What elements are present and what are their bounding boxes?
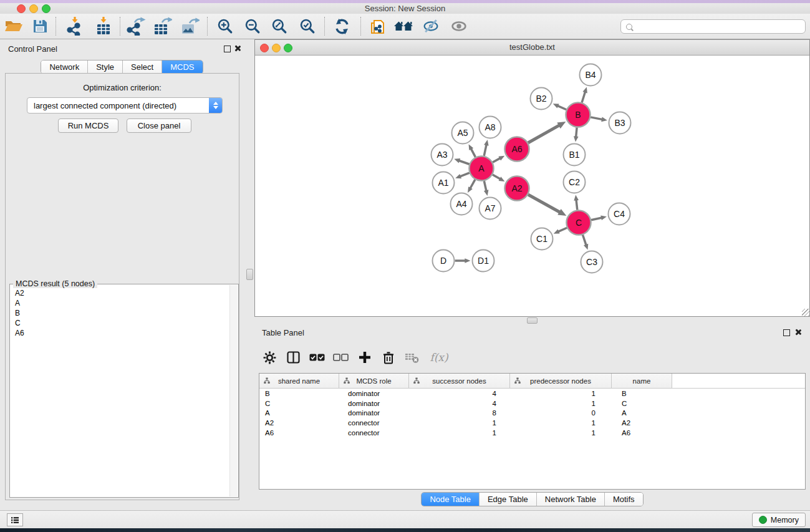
table-cell[interactable]: A2 — [612, 419, 672, 427]
graph-edge-A-A1[interactable] — [460, 173, 470, 177]
tab-edge-table[interactable]: Edge Table — [480, 493, 537, 506]
delete-table-button[interactable] — [403, 348, 421, 367]
graph-edge-A-A7[interactable] — [484, 181, 486, 191]
table-cell[interactable]: A6 — [612, 429, 672, 437]
search-input[interactable] — [632, 21, 805, 32]
window-resize-grip[interactable] — [802, 309, 809, 316]
table-cell[interactable]: A6 — [259, 429, 339, 437]
table-cell[interactable]: dominator — [339, 390, 409, 397]
result-scrollbar[interactable] — [229, 285, 238, 496]
float-panel-icon[interactable] — [224, 46, 231, 52]
criterion-dropdown[interactable]: largest connected component (directed) — [27, 97, 223, 114]
export-image-button[interactable] — [180, 16, 200, 36]
home-button[interactable] — [393, 16, 413, 36]
horizontal-split-grip[interactable] — [527, 317, 538, 324]
zoom-out-button[interactable] — [243, 16, 263, 36]
graph-edge-A-A8[interactable] — [484, 144, 486, 155]
table-cell[interactable]: connector — [339, 419, 409, 427]
result-list-item[interactable]: A — [15, 298, 230, 308]
tab-network[interactable]: Network — [41, 60, 88, 74]
graph-edge-A-A6[interactable] — [493, 158, 501, 162]
graph-edge-A-A5[interactable] — [471, 148, 475, 157]
network-minimize-button[interactable] — [272, 44, 281, 52]
table-cell[interactable]: 1 — [409, 429, 510, 437]
graph-edge-A-A2[interactable] — [493, 175, 501, 179]
table-cell[interactable]: connector — [339, 429, 409, 437]
network-canvas[interactable]: B4B2BB3A5A8A6A3B1AA1C2A2A4A7CC4C1DD1C3 — [255, 56, 809, 316]
table-cell[interactable]: 1 — [510, 390, 612, 397]
network-zoom-button[interactable] — [284, 44, 292, 52]
export-table-button[interactable] — [152, 16, 172, 36]
add-column-button[interactable] — [355, 348, 374, 367]
function-builder-button[interactable]: f(x) — [427, 348, 451, 367]
tab-node-table[interactable]: Node Table — [422, 493, 480, 506]
table-cell[interactable]: A — [259, 409, 339, 417]
tab-style[interactable]: Style — [88, 60, 123, 74]
task-history-button[interactable] — [7, 513, 23, 526]
table-row[interactable]: Bdominator41B — [259, 389, 805, 399]
graph-edge-C-C3[interactable] — [582, 235, 586, 245]
result-list-item[interactable]: A6 — [15, 328, 230, 338]
table-cell[interactable]: C — [259, 400, 339, 407]
delete-column-button[interactable] — [379, 348, 397, 367]
refresh-button[interactable] — [332, 16, 352, 36]
table-cell[interactable]: C — [612, 400, 672, 407]
graph-edge-B-B4[interactable] — [582, 92, 586, 103]
show-all-button[interactable] — [449, 16, 469, 36]
table-row[interactable]: A6connector11A6 — [259, 428, 805, 438]
result-list-item[interactable]: B — [15, 308, 230, 318]
tab-motifs[interactable]: Motifs — [605, 493, 643, 506]
float-panel-icon[interactable] — [783, 329, 790, 336]
table-cell[interactable]: B — [259, 390, 339, 397]
graph-edge-B-B3[interactable] — [591, 117, 602, 120]
column-header-MCDS-role[interactable]: MCDS role — [339, 374, 409, 388]
table-cell[interactable]: 0 — [510, 409, 612, 417]
vertical-split-grip[interactable] — [246, 269, 253, 280]
open-file-button[interactable] — [4, 16, 24, 36]
close-panel-button[interactable]: Close panel — [127, 118, 191, 133]
graph-edge-A6-B[interactable] — [528, 125, 559, 143]
table-cell[interactable]: 8 — [409, 409, 510, 417]
save-session-button[interactable] — [30, 16, 50, 36]
select-all-button[interactable] — [308, 348, 326, 367]
zoom-window-button[interactable] — [42, 4, 51, 13]
close-window-button[interactable] — [17, 4, 26, 13]
table-cell[interactable]: 4 — [409, 390, 510, 397]
graph-edge-C-C2[interactable] — [576, 200, 577, 210]
zoom-in-button[interactable] — [215, 16, 235, 36]
tab-select[interactable]: Select — [123, 60, 162, 74]
table-cell[interactable]: dominator — [339, 400, 409, 407]
graph-edge-C-C1[interactable] — [558, 228, 567, 231]
memory-button[interactable]: Memory — [752, 513, 806, 527]
table-cell[interactable]: 1 — [409, 419, 510, 427]
tab-mcds[interactable]: MCDS — [162, 60, 202, 74]
minimize-window-button[interactable] — [29, 4, 38, 13]
result-list-item[interactable]: C — [15, 318, 230, 328]
table-cell[interactable]: dominator — [339, 409, 409, 417]
import-table-button[interactable] — [94, 16, 113, 36]
table-cell[interactable]: A — [612, 409, 672, 417]
tab-network-table[interactable]: Network Table — [537, 493, 605, 506]
hide-selected-button[interactable] — [421, 16, 441, 36]
graph-edge-B-B1[interactable] — [576, 127, 577, 137]
new-network-from-selection-button[interactable] — [368, 16, 388, 36]
settings-gear-button[interactable] — [261, 348, 279, 367]
graph-edge-A-A4[interactable] — [470, 180, 475, 189]
table-row[interactable]: Cdominator41C — [259, 399, 805, 409]
column-header-predecessor-nodes[interactable]: predecessor nodes — [510, 374, 612, 388]
table-row[interactable]: Adominator80A — [259, 409, 805, 418]
column-header-shared-name[interactable]: shared name — [259, 374, 339, 388]
table-row[interactable]: A2connector11A2 — [259, 418, 805, 428]
table-cell[interactable]: 4 — [409, 400, 510, 407]
close-panel-icon[interactable] — [234, 45, 241, 52]
table-cell[interactable]: 1 — [510, 419, 612, 427]
graph-edge-B-B2[interactable] — [557, 105, 567, 109]
table-cell[interactable]: 1 — [510, 400, 612, 407]
graph-edge-C-C4[interactable] — [591, 218, 602, 220]
table-cell[interactable]: A2 — [259, 419, 339, 427]
zoom-selected-button[interactable] — [297, 16, 317, 36]
table-cell[interactable]: 1 — [510, 429, 612, 437]
deselect-all-button[interactable] — [332, 348, 350, 367]
network-close-button[interactable] — [260, 44, 269, 52]
result-list-item[interactable]: A2 — [15, 288, 230, 298]
